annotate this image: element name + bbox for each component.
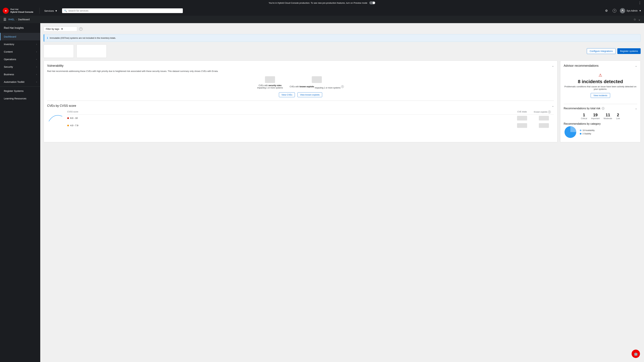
cvss-medium-exploits bbox=[539, 123, 549, 128]
risk-low-label: Low bbox=[616, 117, 620, 120]
cvss-high-range: 8.0 - 10 bbox=[70, 117, 78, 119]
info-banner-text: Immutable (OSTree) systems are not inclu… bbox=[50, 37, 116, 39]
sidebar-item-register[interactable]: Register Systems bbox=[0, 87, 40, 95]
vulnerability-collapse-button[interactable]: ⌄ bbox=[552, 64, 554, 67]
view-incidents-button[interactable]: View incidents bbox=[591, 93, 610, 98]
risk-important: 19 Important bbox=[591, 113, 600, 120]
logo-line1: Red Hat bbox=[10, 8, 33, 11]
stats-row: Configure Integrations Register systems bbox=[44, 44, 641, 58]
legend-availability: 18 Availability bbox=[580, 129, 595, 132]
availability-label: 18 Availability bbox=[582, 129, 595, 132]
search-input[interactable] bbox=[68, 9, 181, 12]
sidebar-item-security[interactable]: Security › bbox=[0, 63, 40, 70]
view-cves-button[interactable]: View CVEs bbox=[279, 92, 295, 97]
cvss-col-score: CVSS score bbox=[67, 111, 510, 113]
filter-row: Filter by tags ▼ ? bbox=[44, 26, 641, 31]
risk-info-icon[interactable]: ℹ bbox=[602, 107, 604, 110]
user-area[interactable]: Sys Admin ▼ bbox=[620, 8, 641, 13]
sidebar-item-operations[interactable]: Operations › bbox=[0, 55, 40, 63]
sidebar-item-inventory[interactable]: Inventory › bbox=[0, 40, 40, 48]
sidebar-dashboard-label: Dashboard bbox=[4, 35, 16, 38]
sidebar-automation-label: Automation Toolkit bbox=[4, 80, 24, 83]
sidebar-item-learning[interactable]: Learning Resources bbox=[0, 95, 40, 102]
advisor-card: Advisor recommendations ⌄ ⚠ 8 incidents … bbox=[560, 60, 641, 142]
incidents-description: Problematic conditions that cause an iss… bbox=[564, 85, 637, 90]
breadcrumb-separator: › bbox=[16, 18, 17, 21]
main-content: Filter by tags ▼ ? ℹ Immutable (OSTree) … bbox=[40, 23, 644, 362]
vulnerability-separator bbox=[47, 100, 554, 101]
banner-text: You're in Hybrid Cloud Console productio… bbox=[269, 2, 368, 4]
risk-collapse-button[interactable]: ⌄ bbox=[635, 107, 637, 110]
settings-button[interactable]: ⚙ bbox=[604, 8, 609, 13]
cvss-collapse-button[interactable]: ⌄ bbox=[552, 104, 554, 107]
known-exploits-stat: CVEs with known exploitsimpacting 1 or m… bbox=[290, 76, 344, 89]
sidebar-item-dashboard[interactable]: Dashboard bbox=[0, 33, 40, 40]
avatar bbox=[620, 8, 625, 13]
security-chevron-icon: › bbox=[36, 66, 37, 68]
stat-cards bbox=[44, 44, 584, 58]
cards-row: Vulnerability ⌄ Red Hat recommends addre… bbox=[44, 60, 641, 142]
risk-title: Recommendations by total risk bbox=[564, 107, 600, 110]
vulnerability-card: Vulnerability ⌄ Red Hat recommends addre… bbox=[44, 60, 558, 142]
sidebar-content-label: Content bbox=[4, 50, 13, 53]
filter-by-tags[interactable]: Filter by tags ▼ bbox=[44, 26, 77, 31]
security-rules-label: CVEs with security rulesimpacting 1 or m… bbox=[257, 84, 283, 89]
sidebar-item-redhat-insights[interactable]: Red Hat Insights bbox=[0, 23, 40, 33]
cvss-medium-range: 4.0 - 7.9 bbox=[70, 124, 78, 127]
risk-critical: 1 Critical bbox=[581, 113, 587, 120]
risk-moderate: 11 Moderate bbox=[604, 113, 612, 120]
preview-toggle[interactable] bbox=[369, 1, 375, 4]
sidebar-operations-label: Operations bbox=[4, 58, 16, 61]
known-exploits-info-icon[interactable]: ℹ bbox=[341, 85, 344, 88]
risk-moderate-count: 11 bbox=[604, 113, 612, 117]
risk-critical-count: 1 bbox=[581, 113, 587, 117]
breadcrumb-rhel[interactable]: RHEL bbox=[8, 18, 14, 21]
risk-important-label: Important bbox=[591, 117, 600, 120]
risk-critical-label: Critical bbox=[581, 117, 587, 120]
vulnerability-description: Red Hat recommends addressing these CVEs… bbox=[47, 69, 554, 73]
category-section: Recommendations by category 18 Availabil… bbox=[564, 122, 637, 139]
view-known-exploits-button[interactable]: View known exploits bbox=[298, 92, 322, 97]
legend-stability: 3 Stability bbox=[580, 133, 595, 135]
cvss-table-header: CVSS score CVE totals Known exploits ℹ bbox=[67, 110, 554, 114]
services-chevron-icon: ▼ bbox=[55, 9, 58, 12]
help-button[interactable]: ? bbox=[612, 8, 617, 13]
redhat-logo bbox=[3, 8, 9, 14]
main-layout: Red Hat Insights Dashboard Inventory › C… bbox=[0, 23, 644, 362]
breadcrumb-dashboard: Dashboard bbox=[18, 18, 30, 21]
expand-button[interactable]: ⌄ bbox=[638, 17, 641, 21]
incidents-section: ⚠ 8 incidents detected Problematic condi… bbox=[564, 69, 637, 101]
banner-kebab-icon[interactable]: ⋮ bbox=[638, 1, 641, 5]
risk-section: Recommendations by total risk ℹ ⌄ 1 Crit… bbox=[564, 107, 637, 120]
security-rules-count bbox=[265, 76, 275, 83]
risk-header: Recommendations by total risk ℹ ⌄ bbox=[564, 107, 637, 110]
star-button[interactable]: ☆ bbox=[634, 17, 636, 21]
filter-help-button[interactable]: ? bbox=[79, 27, 82, 31]
sidebar-security-label: Security bbox=[4, 65, 13, 68]
settings-icon: ⚙ bbox=[605, 9, 608, 12]
cvss-row-medium: 4.0 - 7.9 bbox=[67, 122, 554, 129]
sidebar-item-automation[interactable]: Automation Toolkit › bbox=[0, 78, 40, 86]
known-exploits-label: CVEs with known exploitsimpacting 1 or m… bbox=[290, 84, 344, 89]
register-systems-button[interactable]: Register systems bbox=[617, 48, 641, 54]
stability-label: 3 Stability bbox=[582, 133, 591, 135]
content-chevron-icon: › bbox=[36, 51, 37, 53]
sidebar-insights-label: Red Hat Insights bbox=[4, 26, 24, 29]
hamburger-button[interactable]: ☰ bbox=[3, 17, 6, 21]
stability-dot bbox=[580, 133, 582, 135]
configure-integrations-button[interactable]: Configure Integrations bbox=[587, 48, 616, 54]
sidebar-item-business[interactable]: Business › bbox=[0, 70, 40, 78]
user-chevron-icon: ▼ bbox=[639, 9, 641, 12]
security-rules-stat: CVEs with security rulesimpacting 1 or m… bbox=[257, 76, 283, 89]
vulnerability-card-header: Vulnerability ⌄ bbox=[47, 64, 554, 67]
advisor-collapse-button[interactable]: ⌄ bbox=[635, 64, 637, 67]
business-chevron-icon: › bbox=[36, 73, 37, 76]
robot-button[interactable]: 🤖 bbox=[632, 350, 640, 358]
risk-low-count: 2 bbox=[616, 113, 620, 117]
cvss-title: CVEs by CVSS score bbox=[47, 104, 76, 108]
services-button[interactable]: Services ▼ bbox=[42, 8, 59, 13]
cvss-exploits-info-icon[interactable]: ℹ bbox=[548, 111, 551, 113]
cvss-row-high: 8.0 - 10 bbox=[67, 114, 554, 122]
sidebar-item-content[interactable]: Content › bbox=[0, 48, 40, 55]
username-label: Sys Admin bbox=[626, 9, 638, 12]
